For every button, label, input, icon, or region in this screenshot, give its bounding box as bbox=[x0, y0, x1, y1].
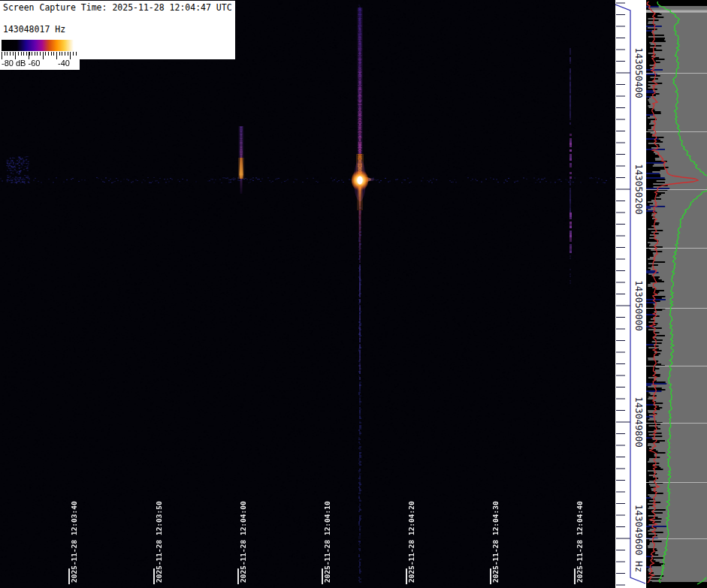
center-frequency-text: 143048017 Hz bbox=[3, 24, 65, 35]
spectrum-analyzer-panel bbox=[646, 0, 707, 588]
freq-label-2: 143050000 bbox=[634, 264, 644, 347]
freq-label-4: 143049600 Hz bbox=[634, 497, 644, 580]
color-gradient-bar bbox=[2, 40, 78, 51]
freq-label-1: 143050200 bbox=[634, 148, 644, 231]
spectrogram-waterfall bbox=[0, 0, 616, 588]
freq-label-3: 143049800 bbox=[634, 381, 644, 463]
scale-label-right: -40 bbox=[58, 59, 70, 68]
time-label-5: 2025-11-28 12:04:30 bbox=[491, 491, 500, 583]
time-label-6: 2025-11-28 12:04:40 bbox=[576, 491, 585, 583]
time-label-0: 2025-11-28 12:03:40 bbox=[70, 491, 79, 583]
scale-labels: -80 dB -60 -40 bbox=[2, 59, 78, 69]
time-label-3: 2025-11-28 12:04:10 bbox=[323, 491, 332, 583]
scale-label-left: -80 dB -60 bbox=[2, 59, 40, 68]
capture-time-text: Screen Capture Time: 2025-11-28 12:04:47… bbox=[3, 2, 232, 13]
frequency-axis: 143050400 143050200 143050000 143049800 … bbox=[615, 0, 646, 588]
time-label-1: 2025-11-28 12:03:50 bbox=[155, 491, 164, 583]
spectrum-lab-capture: Screen Capture Time: 2025-11-28 12:04:47… bbox=[0, 0, 707, 588]
freq-label-0: 143050400 bbox=[634, 32, 644, 114]
time-label-2: 2025-11-28 12:04:00 bbox=[239, 491, 248, 583]
time-label-4: 2025-11-28 12:04:20 bbox=[407, 491, 416, 583]
db-color-scale: -80 dB -60 -40 bbox=[0, 38, 80, 70]
